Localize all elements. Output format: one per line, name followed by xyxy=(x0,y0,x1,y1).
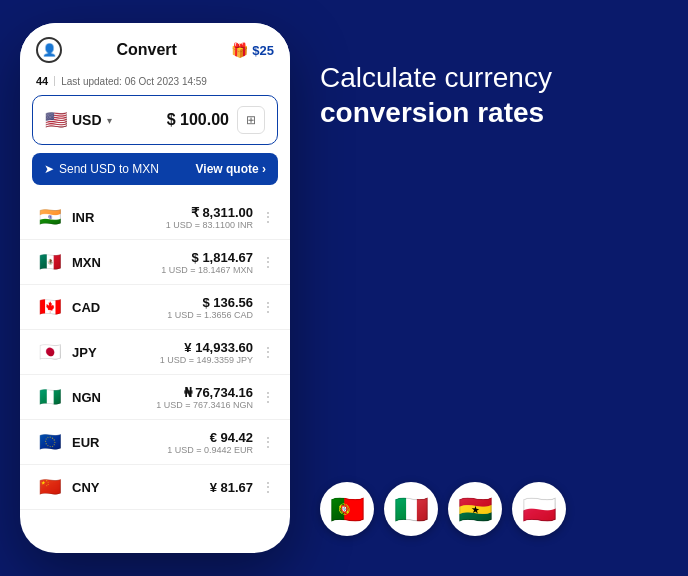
row-amounts: $ 136.56 1 USD = 1.3656 CAD xyxy=(110,295,253,320)
row-flag: 🇨🇳 xyxy=(36,473,64,501)
ghana-flag: 🇬🇭 xyxy=(448,482,502,536)
portugal-flag: 🇵🇹 xyxy=(320,482,374,536)
row-main-amount: $ 1,814.67 xyxy=(110,250,253,265)
list-item[interactable]: 🇮🇳 INR ₹ 8,311.00 1 USD = 83.1100 INR ⋮ xyxy=(20,195,290,240)
row-amounts: ¥ 14,933.60 1 USD = 149.3359 JPY xyxy=(110,340,253,365)
phone-wrapper: 👤 Convert 🎁 $25 44 Last updated: 06 Oct … xyxy=(0,0,310,576)
last-updated: Last updated: 06 Oct 2023 14:59 xyxy=(61,76,207,87)
row-amounts: ₹ 8,311.00 1 USD = 83.1100 INR xyxy=(110,205,253,230)
row-main-amount: ₹ 8,311.00 xyxy=(110,205,253,220)
row-code: MXN xyxy=(72,255,110,270)
list-item[interactable]: 🇲🇽 MXN $ 1,814.67 1 USD = 18.1467 MXN ⋮ xyxy=(20,240,290,285)
row-menu-icon[interactable]: ⋮ xyxy=(261,299,274,315)
row-rate: 1 USD = 0.9442 EUR xyxy=(110,445,253,455)
send-arrow-icon: ➤ xyxy=(44,162,54,176)
row-flag: 🇳🇬 xyxy=(36,383,64,411)
row-main-amount: € 94.42 xyxy=(110,430,253,445)
gift-icon: 🎁 xyxy=(231,42,248,58)
flags-row: 🇵🇹🇮🇹🇬🇭🇵🇱 xyxy=(320,482,668,536)
list-item[interactable]: 🇳🇬 NGN ₦ 76,734.16 1 USD = 767.3416 NGN … xyxy=(20,375,290,420)
user-icon-symbol: 👤 xyxy=(42,43,57,57)
base-currency-code: USD xyxy=(72,112,102,128)
list-item[interactable]: 🇯🇵 JPY ¥ 14,933.60 1 USD = 149.3359 JPY … xyxy=(20,330,290,375)
row-main-amount: $ 136.56 xyxy=(110,295,253,310)
poland-flag: 🇵🇱 xyxy=(512,482,566,536)
row-menu-icon[interactable]: ⋮ xyxy=(261,389,274,405)
row-amounts: € 94.42 1 USD = 0.9442 EUR xyxy=(110,430,253,455)
list-item[interactable]: 🇪🇺 EUR € 94.42 1 USD = 0.9442 EUR ⋮ xyxy=(20,420,290,465)
currency-selector[interactable]: 🇺🇸 USD ▾ xyxy=(45,109,112,131)
row-menu-icon[interactable]: ⋮ xyxy=(261,434,274,450)
row-flag: 🇨🇦 xyxy=(36,293,64,321)
row-menu-icon[interactable]: ⋮ xyxy=(261,209,274,225)
row-rate: 1 USD = 83.1100 INR xyxy=(110,220,253,230)
currency-chevron-icon: ▾ xyxy=(107,115,112,126)
send-label: ➤ Send USD to MXN xyxy=(44,162,159,176)
tagline: Calculate currency conversion rates xyxy=(320,60,668,130)
row-rate: 1 USD = 18.1467 MXN xyxy=(110,265,253,275)
row-main-amount: ₦ 76,734.16 xyxy=(110,385,253,400)
row-main-amount: ¥ 14,933.60 xyxy=(110,340,253,355)
row-flag: 🇲🇽 xyxy=(36,248,64,276)
row-code: INR xyxy=(72,210,110,225)
row-amounts: $ 1,814.67 1 USD = 18.1467 MXN xyxy=(110,250,253,275)
phone-frame: 👤 Convert 🎁 $25 44 Last updated: 06 Oct … xyxy=(20,23,290,553)
row-flag: 🇪🇺 xyxy=(36,428,64,456)
view-quote-button[interactable]: View quote › xyxy=(196,162,266,176)
status-divider xyxy=(54,76,55,86)
currency-list: 🇮🇳 INR ₹ 8,311.00 1 USD = 83.1100 INR ⋮ … xyxy=(20,195,290,553)
page-title: Convert xyxy=(116,41,176,59)
row-menu-icon[interactable]: ⋮ xyxy=(261,479,274,495)
row-amounts: ¥ 81.67 xyxy=(110,480,253,495)
amount-value[interactable]: $ 100.00 xyxy=(167,111,229,129)
amount-right: $ 100.00 ⊞ xyxy=(167,106,265,134)
row-code: JPY xyxy=(72,345,110,360)
tagline-line1: Calculate currency xyxy=(320,62,552,93)
list-item[interactable]: 🇨🇳 CNY ¥ 81.67 ⋮ xyxy=(20,465,290,510)
reward-amount: $25 xyxy=(252,43,274,58)
send-bar[interactable]: ➤ Send USD to MXN View quote › xyxy=(32,153,278,185)
row-code: CAD xyxy=(72,300,110,315)
calculator-icon[interactable]: ⊞ xyxy=(237,106,265,134)
row-flag: 🇯🇵 xyxy=(36,338,64,366)
row-menu-icon[interactable]: ⋮ xyxy=(261,254,274,270)
list-item[interactable]: 🇨🇦 CAD $ 136.56 1 USD = 1.3656 CAD ⋮ xyxy=(20,285,290,330)
row-flag: 🇮🇳 xyxy=(36,203,64,231)
currency-count: 44 xyxy=(36,75,48,87)
row-amounts: ₦ 76,734.16 1 USD = 767.3416 NGN xyxy=(110,385,253,410)
reward-badge[interactable]: 🎁 $25 xyxy=(231,42,274,58)
phone-header: 👤 Convert 🎁 $25 xyxy=(20,23,290,71)
row-rate: 1 USD = 767.3416 NGN xyxy=(110,400,253,410)
amount-input-box[interactable]: 🇺🇸 USD ▾ $ 100.00 ⊞ xyxy=(32,95,278,145)
row-code: NGN xyxy=(72,390,110,405)
row-rate: 1 USD = 1.3656 CAD xyxy=(110,310,253,320)
row-code: EUR xyxy=(72,435,110,450)
row-code: CNY xyxy=(72,480,110,495)
row-main-amount: ¥ 81.67 xyxy=(110,480,253,495)
italy-flag: 🇮🇹 xyxy=(384,482,438,536)
user-icon[interactable]: 👤 xyxy=(36,37,62,63)
status-bar: 44 Last updated: 06 Oct 2023 14:59 xyxy=(20,71,290,95)
send-text-label: Send USD to MXN xyxy=(59,162,159,176)
tagline-line2: conversion rates xyxy=(320,95,668,130)
right-section: Calculate currency conversion rates 🇵🇹🇮🇹… xyxy=(310,0,688,576)
row-rate: 1 USD = 149.3359 JPY xyxy=(110,355,253,365)
row-menu-icon[interactable]: ⋮ xyxy=(261,344,274,360)
base-currency-flag: 🇺🇸 xyxy=(45,109,67,131)
